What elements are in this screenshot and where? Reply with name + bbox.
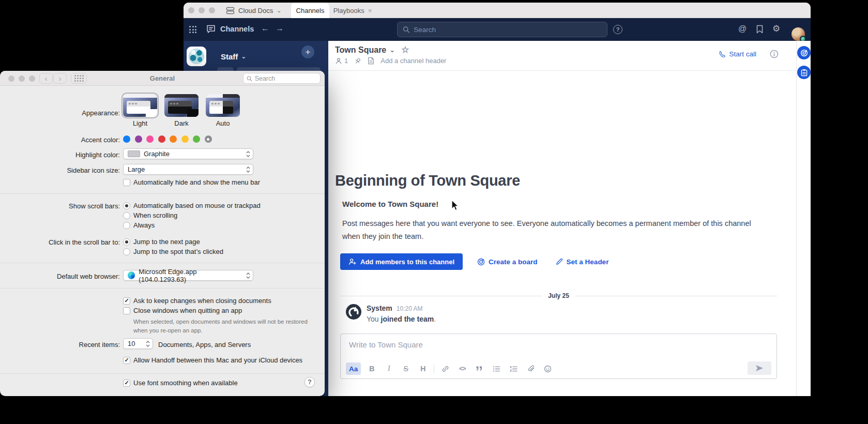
members-count-button[interactable]: 1 <box>335 57 348 65</box>
font-smoothing-checkbox[interactable]: ✓ Use font smoothing when available <box>123 379 238 387</box>
server-name: Cloud Docs <box>238 7 273 14</box>
message-input[interactable] <box>349 340 659 349</box>
emoji-picker-icon[interactable] <box>541 362 554 375</box>
window-controls[interactable] <box>188 7 215 13</box>
attach-file-icon[interactable] <box>524 362 537 375</box>
appearance-option-auto[interactable] <box>206 94 240 117</box>
appearance-option-light[interactable] <box>123 94 157 117</box>
quote-button[interactable] <box>473 362 485 375</box>
scroll-click-radio-spot[interactable]: Jump to the spot that’s clicked <box>123 248 223 255</box>
add-members-button[interactable]: Add members to this channel <box>340 253 463 270</box>
recent-items-suffix: Documents, Apps, and Servers <box>158 341 251 349</box>
close-windows-label: Close windows when quitting an app <box>133 307 242 314</box>
server-dropdown[interactable]: Cloud Docs ⌄ <box>226 3 281 18</box>
tab-playbooks[interactable]: Playbooks × <box>329 3 376 18</box>
scroll-click-radio-next-page[interactable]: Jump to the next page <box>123 238 200 246</box>
accent-graphite[interactable] <box>205 135 212 143</box>
accent-pink[interactable] <box>146 135 154 143</box>
boards-app-icon[interactable] <box>797 46 811 59</box>
channel-files-icon[interactable] <box>368 57 374 65</box>
minimize-window-button[interactable] <box>199 7 205 13</box>
add-channel-header-button[interactable]: Add a channel header <box>380 57 446 65</box>
help-button[interactable]: ? <box>304 377 315 387</box>
formatting-toolbar: Aa B I S H <> <box>346 362 554 375</box>
ask-keep-changes-checkbox[interactable]: ✓ Ask to keep changes when closing docum… <box>123 297 271 305</box>
date-divider-label[interactable]: July 25 <box>548 292 569 299</box>
send-message-button[interactable] <box>748 361 771 375</box>
channel-name-menu[interactable]: Town Square ⌄ ☆ <box>335 44 409 55</box>
team-icon[interactable] <box>187 47 206 66</box>
default-browser-select[interactable]: Microsoft Edge.app (104.0.1293.63) <box>123 270 253 281</box>
add-members-label: Add members to this channel <box>360 258 454 266</box>
playbooks-app-icon[interactable] <box>797 66 811 79</box>
set-header-label: Set a Header <box>567 258 609 266</box>
strikethrough-button[interactable]: S <box>400 362 412 375</box>
code-button[interactable]: <> <box>456 362 468 375</box>
close-tab-icon[interactable]: × <box>368 7 372 14</box>
create-board-button[interactable]: Create a board <box>477 258 538 266</box>
sidebar-icon-size-select[interactable]: Large <box>123 164 253 175</box>
bulleted-list-button[interactable] <box>490 362 502 375</box>
favorite-star-icon[interactable]: ☆ <box>401 44 409 55</box>
channel-name: Town Square <box>335 46 386 55</box>
numbered-list-button[interactable] <box>507 362 520 375</box>
close-windows-checkbox[interactable]: ✓ Close windows when quitting an app <box>123 307 242 314</box>
pinned-posts-icon[interactable] <box>354 57 361 65</box>
highlight-color-select[interactable]: Graphite <box>123 148 253 159</box>
global-search[interactable] <box>397 22 607 37</box>
heading-button[interactable]: H <box>417 362 429 375</box>
scrollbar-radio-always[interactable]: Always <box>123 221 155 229</box>
channel-header: Town Square ⌄ ☆ 1 Add a channel header <box>328 41 796 71</box>
divider <box>0 193 325 194</box>
add-channel-button[interactable]: + <box>301 46 314 58</box>
link-button[interactable] <box>439 362 451 375</box>
search-input[interactable] <box>414 26 602 34</box>
chevron-down-icon: ⌄ <box>241 53 246 60</box>
channel-info-icon[interactable] <box>770 50 779 58</box>
channel-intro-title: Beginning of Town Square <box>335 172 520 189</box>
sidebar-icon-size-label: Sidebar icon size: <box>0 166 120 174</box>
saved-posts-icon[interactable] <box>756 25 764 34</box>
channel-view: Town Square ⌄ ☆ 1 Add a channel header <box>328 41 796 396</box>
help-icon[interactable]: ? <box>613 25 622 34</box>
appearance-auto-label: Auto <box>206 119 240 127</box>
recent-items-select[interactable]: 10 <box>123 338 153 349</box>
edge-browser-icon <box>128 271 135 279</box>
accent-orange[interactable] <box>170 135 177 143</box>
italic-button[interactable]: I <box>383 362 395 375</box>
sender-name[interactable]: System <box>367 304 392 312</box>
history-back-icon[interactable]: ← <box>261 24 269 33</box>
formatting-toggle-button[interactable]: Aa <box>346 362 361 375</box>
handoff-label: Allow Handoff between this Mac and your … <box>133 356 302 364</box>
font-smoothing-label: Use font smoothing when available <box>133 379 238 387</box>
product-switcher-icon[interactable] <box>189 26 196 33</box>
bold-button[interactable]: B <box>366 362 378 375</box>
scrollbar-radio-when-scrolling[interactable]: When scrolling <box>123 211 177 219</box>
accent-purple[interactable] <box>135 135 142 143</box>
prefs-search-input[interactable] <box>255 75 317 82</box>
start-call-button[interactable]: Start call <box>718 50 756 58</box>
hide-menu-bar-checkbox[interactable]: ✓ Automatically hide and show the menu b… <box>123 178 260 186</box>
tab-channels[interactable]: Channels <box>291 3 329 18</box>
handoff-checkbox[interactable]: ✓ Allow Handoff between this Mac and you… <box>123 356 302 364</box>
accent-yellow[interactable] <box>181 135 189 143</box>
scrollbar-radio-auto[interactable]: Automatically based on mouse or trackpad <box>123 202 261 209</box>
zoom-window-button[interactable] <box>209 7 215 13</box>
channels-product-icon <box>206 24 216 34</box>
settings-gear-icon[interactable]: ⚙ <box>772 23 780 34</box>
team-menu[interactable]: Staff ⌄ <box>221 52 246 61</box>
message-composer[interactable]: Aa B I S H <> <box>340 334 777 379</box>
radio-label: Jump to the next page <box>133 238 200 246</box>
appearance-option-dark[interactable] <box>164 94 199 117</box>
accent-green[interactable] <box>193 135 200 143</box>
history-forward-icon[interactable]: → <box>276 24 284 33</box>
member-count: 1 <box>344 57 348 65</box>
accent-blue[interactable] <box>123 135 130 143</box>
avatar[interactable]: ✓ <box>791 27 805 41</box>
sidebar-icon-size-value: Large <box>128 165 145 173</box>
mentions-icon[interactable]: @ <box>738 24 747 34</box>
set-header-button[interactable]: Set a Header <box>556 258 609 266</box>
accent-red[interactable] <box>158 135 165 143</box>
close-window-button[interactable] <box>188 7 194 13</box>
prefs-search-field[interactable] <box>243 73 321 84</box>
